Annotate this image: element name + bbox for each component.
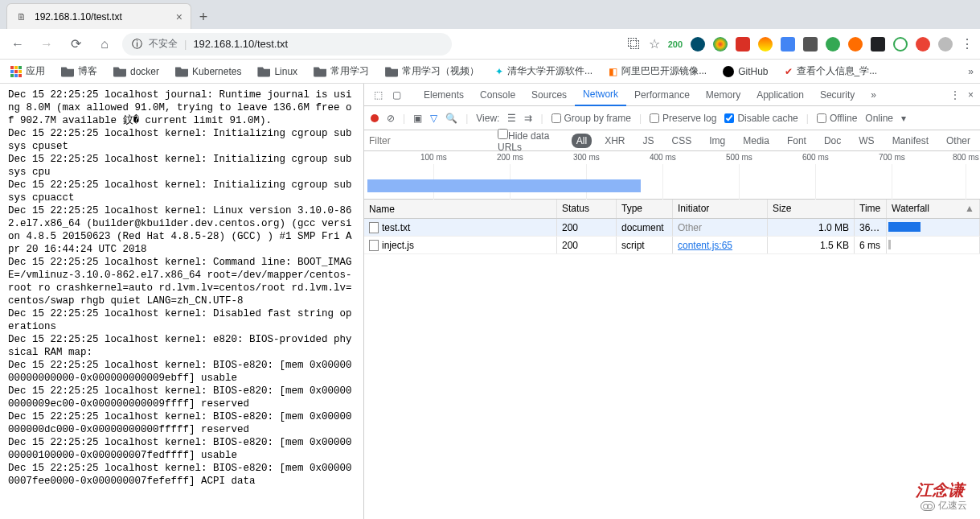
bookmark-k8s[interactable]: Kubernetes <box>171 64 245 80</box>
devtools-close-icon[interactable]: × <box>968 89 974 101</box>
col-waterfall[interactable]: Waterfall▲ <box>887 200 980 218</box>
bookmark-study[interactable]: 常用学习 <box>310 62 373 80</box>
page-icon <box>369 240 379 251</box>
tab-security[interactable]: Security <box>812 84 863 105</box>
device-icon[interactable]: ▢ <box>387 86 406 104</box>
bookmark-alibaba[interactable]: ◧阿里巴巴开源镜像... <box>605 62 711 80</box>
ext-icon-7[interactable] <box>826 37 840 51</box>
folder-icon <box>257 66 270 77</box>
filter-all[interactable]: All <box>572 134 592 148</box>
badge-200: 200 <box>668 39 683 49</box>
page-icon <box>369 222 379 233</box>
ext-icon-3[interactable] <box>736 37 750 51</box>
tab-console[interactable]: Console <box>472 84 523 105</box>
tab-sources[interactable]: Sources <box>523 84 575 105</box>
col-name[interactable]: Name <box>364 200 557 218</box>
bookmark-personal[interactable]: ✔查看个人信息_学... <box>781 62 882 80</box>
col-type[interactable]: Type <box>617 200 673 218</box>
filter-xhr[interactable]: XHR <box>600 134 629 148</box>
col-initiator[interactable]: Initiator <box>673 200 768 218</box>
ext-icon-1[interactable] <box>691 37 705 51</box>
tick: 100 ms <box>420 153 447 162</box>
filter-doc[interactable]: Doc <box>819 134 846 148</box>
tab-memory[interactable]: Memory <box>698 84 748 105</box>
tab-application[interactable]: Application <box>748 84 812 105</box>
record-button[interactable] <box>371 114 379 122</box>
tab-elements[interactable]: Elements <box>416 84 472 105</box>
offline-checkbox[interactable]: Offline <box>817 113 857 124</box>
tick: 300 ms <box>573 153 600 162</box>
disable-cache-checkbox[interactable]: Disable cache <box>724 113 798 124</box>
col-status[interactable]: Status <box>557 200 617 218</box>
folder-icon <box>314 66 326 77</box>
table-row[interactable]: test.txt 200 document Other 1.0 MB 36… <box>364 219 980 237</box>
network-timeline[interactable]: 100 ms 200 ms 300 ms 400 ms 500 ms 600 m… <box>364 151 980 200</box>
hide-data-urls-checkbox[interactable]: Hide data URLs <box>498 129 564 153</box>
inspect-icon[interactable]: ⬚ <box>369 86 387 104</box>
camera-icon[interactable]: ▣ <box>413 113 422 124</box>
folder-icon <box>175 66 188 77</box>
filter-media[interactable]: Media <box>738 134 774 148</box>
preserve-log-checkbox[interactable]: Preserve log <box>650 113 716 124</box>
folder-icon <box>113 66 126 77</box>
clear-icon[interactable]: ⊘ <box>387 113 395 124</box>
view-label: View: <box>476 113 499 124</box>
col-size[interactable]: Size <box>768 200 855 218</box>
bookmark-github[interactable]: GitHub <box>719 64 772 80</box>
search-icon[interactable]: 🔍 <box>445 113 457 124</box>
filter-input[interactable] <box>369 135 490 146</box>
bookmarks-overflow[interactable]: » <box>968 66 974 77</box>
col-time[interactable]: Time <box>855 200 887 218</box>
filter-ws[interactable]: WS <box>854 134 879 148</box>
bookmark-tsinghua[interactable]: ✦清华大学开源软件... <box>491 62 597 80</box>
ext-icon-11[interactable] <box>916 37 930 51</box>
throttle-select[interactable]: Online ▾ <box>865 113 906 124</box>
info-icon[interactable]: ⓘ <box>132 37 142 51</box>
view-large-icon[interactable]: ☰ <box>507 113 516 124</box>
folder-icon <box>61 66 74 77</box>
tabs-overflow[interactable]: » <box>863 84 884 105</box>
close-tab-icon[interactable]: × <box>176 10 182 23</box>
browser-tab[interactable]: 🗎 192.168.1.10/test.txt × <box>6 3 191 29</box>
translate-icon[interactable]: ⿻ <box>628 37 641 51</box>
filter-other[interactable]: Other <box>941 134 975 148</box>
tab-performance[interactable]: Performance <box>626 84 698 105</box>
filter-img[interactable]: Img <box>704 134 730 148</box>
site-icon: ◧ <box>609 66 617 77</box>
bookmark-study-video[interactable]: 常用学习（视频） <box>381 62 483 80</box>
ext-icon-10[interactable] <box>893 37 908 51</box>
table-row[interactable]: inject.js 200 script content.js:65 1.5 K… <box>364 237 980 254</box>
filter-font[interactable]: Font <box>782 134 811 148</box>
filter-toggle-icon[interactable]: ▽ <box>430 113 437 124</box>
forward-button[interactable]: → <box>35 33 58 56</box>
bookmark-blog[interactable]: 博客 <box>57 62 101 80</box>
home-button[interactable]: ⌂ <box>93 33 116 56</box>
menu-icon[interactable]: ⋮ <box>961 36 974 51</box>
apps-button[interactable]: 应用 <box>6 62 49 80</box>
star-icon[interactable]: ☆ <box>649 36 660 51</box>
bookmarks-bar: 应用 博客 docker Kubernetes Linux 常用学习 常用学习（… <box>0 60 980 84</box>
ext-icon-2[interactable] <box>713 37 728 51</box>
filter-manifest[interactable]: Manifest <box>888 134 933 148</box>
devtools-panel: ⬚ ▢ Elements Console Sources Network Per… <box>363 84 980 519</box>
url-box[interactable]: ⓘ 不安全 | 192.168.1.10/test.txt <box>122 33 452 56</box>
filter-css[interactable]: CSS <box>667 134 697 148</box>
devtools-menu-icon[interactable]: ⋮ <box>950 89 960 101</box>
back-button[interactable]: ← <box>6 33 29 56</box>
bookmark-linux[interactable]: Linux <box>253 64 301 80</box>
view-small-icon[interactable]: ⇉ <box>524 113 532 124</box>
ext-icon-9[interactable] <box>871 37 885 51</box>
ext-icon-8[interactable] <box>848 37 863 51</box>
bookmark-docker[interactable]: docker <box>109 64 163 80</box>
initiator-link[interactable]: content.js:65 <box>678 240 732 251</box>
ext-icon-12[interactable] <box>938 37 953 51</box>
ext-icon-6[interactable] <box>803 37 818 51</box>
filter-js[interactable]: JS <box>638 134 659 148</box>
ext-icon-5[interactable] <box>781 37 795 51</box>
reload-button[interactable]: ⟳ <box>64 33 87 56</box>
group-by-frame-checkbox[interactable]: Group by frame <box>552 113 631 124</box>
new-tab-button[interactable]: + <box>191 5 215 29</box>
tab-network[interactable]: Network <box>575 84 626 106</box>
ext-icon-4[interactable] <box>758 37 773 51</box>
tab-title: 192.168.1.10/test.txt <box>35 11 122 23</box>
